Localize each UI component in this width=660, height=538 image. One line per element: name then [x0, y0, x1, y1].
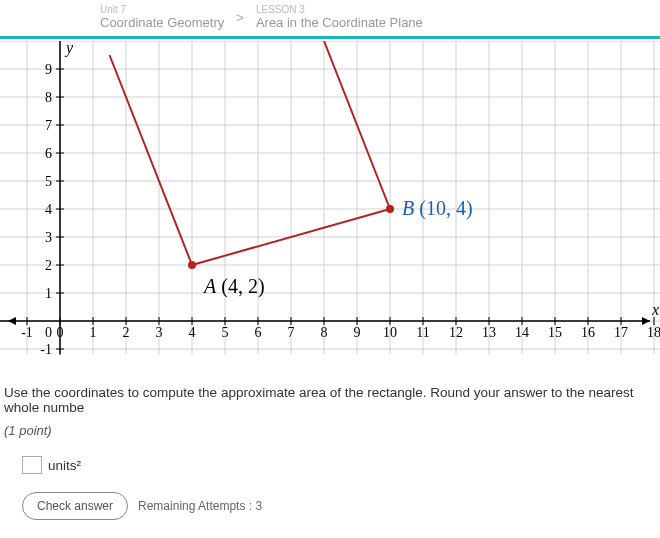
breadcrumb-sep: >: [236, 10, 244, 25]
accent-line: [0, 36, 660, 39]
svg-text:7: 7: [288, 325, 295, 340]
graph-svg: -10123456789101112131415161718-112345678…: [0, 41, 660, 371]
svg-marker-34: [642, 317, 650, 325]
svg-text:18: 18: [647, 325, 660, 340]
svg-text:0: 0: [57, 325, 64, 340]
answer-input[interactable]: [22, 456, 42, 474]
svg-text:13: 13: [482, 325, 496, 340]
svg-text:1: 1: [90, 325, 97, 340]
svg-text:10: 10: [383, 325, 397, 340]
lesson-small: LESSON 3: [256, 4, 423, 15]
breadcrumb: Unit 7 Coordinate Geometry > LESSON 3 Ar…: [0, 0, 660, 36]
lesson-label[interactable]: Area in the Coordinate Plane: [256, 15, 423, 30]
svg-text:2: 2: [45, 258, 52, 273]
svg-line-100: [110, 55, 193, 265]
svg-point-103: [386, 205, 394, 213]
svg-text:8: 8: [45, 90, 52, 105]
svg-text:B (10, 4): B (10, 4): [402, 197, 473, 220]
svg-text:14: 14: [515, 325, 529, 340]
svg-text:15: 15: [548, 325, 562, 340]
check-answer-button[interactable]: Check answer: [22, 492, 128, 520]
svg-text:5: 5: [222, 325, 229, 340]
coordinate-graph: -10123456789101112131415161718-112345678…: [0, 41, 660, 371]
svg-text:-1: -1: [21, 325, 33, 340]
svg-text:7: 7: [45, 118, 52, 133]
svg-text:2: 2: [123, 325, 130, 340]
svg-text:-1: -1: [40, 342, 52, 357]
svg-text:1: 1: [45, 286, 52, 301]
question-area: Use the coordinates to compute the appro…: [0, 371, 660, 520]
svg-text:A (4, 2): A (4, 2): [202, 275, 265, 298]
svg-text:6: 6: [45, 146, 52, 161]
units-label: units²: [48, 458, 81, 473]
svg-text:11: 11: [416, 325, 429, 340]
svg-text:3: 3: [156, 325, 163, 340]
answer-row: units²: [4, 456, 656, 474]
svg-text:9: 9: [354, 325, 361, 340]
svg-text:4: 4: [189, 325, 196, 340]
svg-text:y: y: [64, 41, 74, 57]
svg-point-102: [188, 261, 196, 269]
svg-text:6: 6: [255, 325, 262, 340]
svg-text:16: 16: [581, 325, 595, 340]
svg-text:12: 12: [449, 325, 463, 340]
svg-text:17: 17: [614, 325, 628, 340]
svg-text:9: 9: [45, 62, 52, 77]
question-points: (1 point): [4, 423, 656, 438]
unit-small: Unit 7: [100, 4, 224, 15]
svg-text:x: x: [651, 301, 659, 318]
question-text: Use the coordinates to compute the appro…: [4, 385, 656, 415]
svg-text:0: 0: [45, 325, 52, 340]
unit-label[interactable]: Coordinate Geometry: [100, 15, 224, 30]
svg-marker-35: [8, 317, 16, 325]
svg-text:4: 4: [45, 202, 52, 217]
button-row: Check answer Remaining Attempts : 3: [4, 492, 656, 520]
svg-text:3: 3: [45, 230, 52, 245]
remaining-attempts: Remaining Attempts : 3: [138, 499, 262, 513]
svg-text:8: 8: [321, 325, 328, 340]
svg-text:5: 5: [45, 174, 52, 189]
